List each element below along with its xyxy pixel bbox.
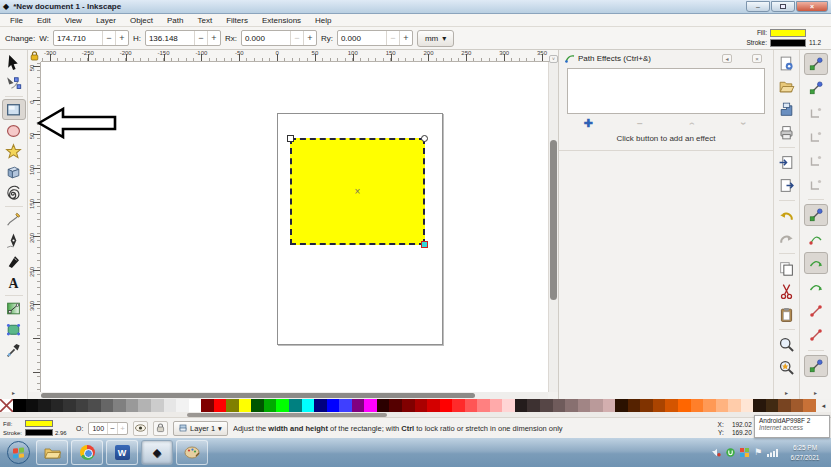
panel-collapse-button[interactable]: ◂ <box>722 54 732 63</box>
layer-visibility-toggle[interactable] <box>133 421 148 436</box>
cut-button[interactable] <box>776 281 797 302</box>
menu-edit[interactable]: Edit <box>30 16 58 25</box>
snap-nodes-toggle[interactable] <box>804 204 828 226</box>
palette-color-swatch[interactable] <box>578 399 591 412</box>
snap-enabled-toggle[interactable] <box>804 53 828 75</box>
effect-list[interactable] <box>567 68 765 114</box>
palette-color-swatch[interactable] <box>778 399 791 412</box>
palette-color-swatch[interactable] <box>339 399 352 412</box>
action-center-flag-icon[interactable]: ⚑ <box>754 448 762 457</box>
taskbar-chrome-button[interactable] <box>71 440 103 465</box>
palette-color-swatch[interactable] <box>164 399 177 412</box>
rx-spinbox[interactable]: 0.000 − + <box>241 30 317 46</box>
width-value[interactable]: 174.710 <box>54 34 102 43</box>
palette-color-swatch[interactable] <box>678 399 691 412</box>
palette-color-swatch[interactable] <box>327 399 340 412</box>
vertical-scrollbar[interactable]: ˅ <box>548 62 558 392</box>
palette-color-swatch[interactable] <box>38 399 51 412</box>
save-button[interactable] <box>776 99 797 120</box>
palette-color-swatch[interactable] <box>276 399 289 412</box>
rectangle-tool[interactable] <box>2 99 26 120</box>
palette-color-swatch[interactable] <box>628 399 641 412</box>
palette-color-swatch[interactable] <box>101 399 114 412</box>
palette-color-swatch[interactable] <box>527 399 540 412</box>
palette-color-swatch[interactable] <box>364 399 377 412</box>
palette-scroll-left-icon[interactable]: ◂ <box>816 399 831 412</box>
minimize-button[interactable]: – <box>746 1 770 12</box>
palette-color-swatch[interactable] <box>389 399 402 412</box>
snap-bbox-corners-toggle[interactable] <box>804 125 828 147</box>
program-grid-icon[interactable] <box>740 448 749 457</box>
menu-file[interactable]: File <box>3 16 30 25</box>
palette-color-swatch[interactable] <box>665 399 678 412</box>
network-signal-icon[interactable] <box>767 448 778 457</box>
vertical-scrollbar-thumb[interactable] <box>550 140 557 300</box>
palette-color-swatch[interactable] <box>691 399 704 412</box>
height-spinbox[interactable]: 136.148 − + <box>145 30 221 46</box>
gradient-tool[interactable] <box>2 298 26 319</box>
palette-color-swatch[interactable] <box>753 399 766 412</box>
palette-color-swatch[interactable] <box>126 399 139 412</box>
palette-color-swatch[interactable] <box>615 399 628 412</box>
palette-color-swatch[interactable] <box>402 399 415 412</box>
unit-dropdown[interactable]: mm ▾ <box>417 30 454 47</box>
palette-color-swatch[interactable] <box>314 399 327 412</box>
menu-text[interactable]: Text <box>191 16 220 25</box>
restore-button[interactable] <box>771 1 795 12</box>
box3d-tool[interactable] <box>2 162 26 183</box>
ry-spinbox[interactable]: 0.000 − + <box>337 30 413 46</box>
palette-color-swatch[interactable] <box>766 399 779 412</box>
palette-color-swatch[interactable] <box>352 399 365 412</box>
open-button[interactable] <box>776 76 797 97</box>
height-increment-button[interactable]: + <box>207 31 220 45</box>
palette-color-swatch[interactable] <box>791 399 804 412</box>
palette-color-swatch[interactable] <box>377 399 390 412</box>
palette-color-swatch[interactable] <box>226 399 239 412</box>
opacity-spinbox[interactable]: 100 − + <box>88 422 128 435</box>
paste-button[interactable] <box>776 304 797 325</box>
palette-color-swatch[interactable] <box>603 399 616 412</box>
export-button[interactable] <box>776 175 797 196</box>
dropper-tool[interactable] <box>2 340 26 361</box>
menu-path[interactable]: Path <box>160 16 190 25</box>
height-decrement-button[interactable]: − <box>194 31 207 45</box>
pen-tool[interactable] <box>2 230 26 251</box>
commands-expander[interactable]: ▸ <box>785 389 788 396</box>
palette-color-swatch[interactable] <box>289 399 302 412</box>
snap-others-toggle[interactable] <box>804 355 828 377</box>
palette-color-swatch[interactable] <box>13 399 26 412</box>
taskbar-paint-button[interactable] <box>176 440 208 465</box>
menu-object[interactable]: Object <box>123 16 160 25</box>
resize-handle-bottom-right[interactable] <box>421 241 428 248</box>
palette-color-swatch[interactable] <box>803 399 816 412</box>
text-tool[interactable]: A <box>2 272 26 293</box>
palette-color-swatch[interactable] <box>490 399 503 412</box>
palette-color-swatch[interactable] <box>251 399 264 412</box>
opacity-increment-button[interactable]: + <box>117 423 127 434</box>
width-spinbox[interactable]: 174.710 − + <box>53 30 129 46</box>
palette-color-swatch[interactable] <box>51 399 64 412</box>
star-tool[interactable] <box>2 141 26 162</box>
palette-color-swatch[interactable] <box>302 399 315 412</box>
palette-color-swatch[interactable] <box>214 399 227 412</box>
width-decrement-button[interactable]: − <box>102 31 115 45</box>
utorrent-icon[interactable] <box>726 448 735 457</box>
move-effect-down-button[interactable]: › <box>737 118 751 129</box>
zoom-button[interactable] <box>776 334 797 355</box>
palette-color-swatch[interactable] <box>465 399 478 412</box>
horizontal-scrollbar-thumb[interactable] <box>41 393 475 398</box>
palette-color-swatch[interactable] <box>653 399 666 412</box>
palette-color-swatch[interactable] <box>88 399 101 412</box>
taskbar-inkscape-button[interactable]: ◆ <box>141 440 173 465</box>
palette-color-swatch[interactable] <box>553 399 566 412</box>
pencil-tool[interactable] <box>2 209 26 230</box>
palette-color-swatch[interactable] <box>264 399 277 412</box>
palette-color-swatch[interactable] <box>201 399 214 412</box>
close-button[interactable]: × <box>796 1 828 12</box>
tweak-tool[interactable] <box>2 319 26 340</box>
palette-color-swatch[interactable] <box>477 399 490 412</box>
document-properties-button[interactable] <box>776 53 797 74</box>
snap-bbox-centers-toggle[interactable] <box>804 173 828 195</box>
palette-color-swatch[interactable] <box>565 399 578 412</box>
menu-filters[interactable]: Filters <box>219 16 255 25</box>
